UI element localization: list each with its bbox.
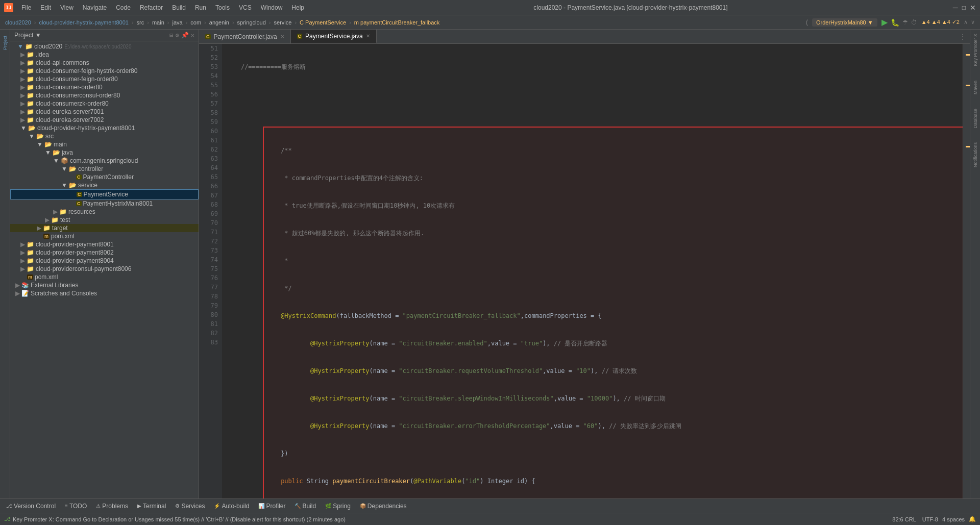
notification-icon[interactable]: 🔔	[969, 516, 976, 522]
bottom-tab-auto-build[interactable]: ⚡ Auto-build	[210, 502, 253, 511]
close-panel-icon[interactable]: ✕	[191, 32, 194, 39]
bottom-tab-services[interactable]: ⚙ Services	[171, 502, 209, 511]
tree-item-payment8001[interactable]: ▶ 📁 cloud-provider-payment8001	[10, 240, 199, 248]
bottom-tab-dependencies[interactable]: 📦 Dependencies	[356, 502, 411, 511]
tree-item-idea[interactable]: ▶ 📁 .idea	[10, 51, 199, 59]
bottom-tab-spring[interactable]: 🌿 Spring	[321, 502, 355, 511]
run-button[interactable]: ▶	[881, 17, 888, 27]
maximize-button[interactable]: □	[962, 4, 966, 12]
bottom-tab-problems[interactable]: ⚠ Problems	[92, 502, 132, 511]
menu-file[interactable]: File	[17, 3, 35, 12]
tree-item-src[interactable]: ▼ 📂 src	[10, 132, 199, 140]
tree-item-consumer-feign-hystrix[interactable]: ▶ 📁 cloud-consumer-feign-hystrix-order80	[10, 67, 199, 75]
breadcrumb-springcloud[interactable]: springcloud	[237, 19, 266, 26]
tab-service-close[interactable]: ✕	[366, 33, 370, 39]
tree-item-payment8002[interactable]: ▶ 📁 cloud-provider-payment8002	[10, 248, 199, 257]
debug-button[interactable]: 🐛	[891, 18, 899, 27]
menu-help[interactable]: Help	[287, 3, 308, 12]
statusbar-notifications: 🔔	[969, 516, 976, 522]
coverage-button[interactable]: ☂	[902, 19, 908, 26]
run-config-dropdown[interactable]: OrderHystrixMain80 ▼	[812, 18, 877, 27]
breadcrumb-project[interactable]: cloud2020	[5, 19, 31, 26]
breadcrumb-sep10: ›	[349, 19, 351, 26]
bottom-tab-version-control[interactable]: ⎇ Version Control	[2, 502, 60, 511]
maven-icon[interactable]: Maven	[973, 81, 978, 94]
editor-right-gutter	[963, 44, 970, 498]
editor-scroll-container[interactable]: 5152535455565758596061626364656667686970…	[199, 44, 963, 498]
breadcrumb-angenin[interactable]: angenin	[209, 19, 229, 26]
menu-build[interactable]: Build	[168, 3, 190, 12]
menu-vcs[interactable]: VCS	[235, 3, 256, 12]
breadcrumb-sep9: ›	[295, 19, 297, 26]
code-editor[interactable]: 5152535455565758596061626364656667686970…	[199, 44, 970, 498]
tree-item-eureka7001[interactable]: ▶ 📁 cloud-eureka-server7001	[10, 108, 199, 116]
menu-navigate[interactable]: Navigate	[79, 3, 111, 12]
pin-icon[interactable]: 📌	[181, 32, 189, 39]
bottom-tab-profiler[interactable]: 📊 Profiler	[254, 502, 289, 511]
tree-item-consumer-feign[interactable]: ▶ 📁 cloud-consumer-feign-order80	[10, 75, 199, 83]
minimize-button[interactable]: ─	[953, 4, 958, 12]
breadcrumb-java[interactable]: java	[172, 19, 182, 26]
bottom-tab-todo[interactable]: ≡ TODO	[61, 502, 91, 511]
profiler-button[interactable]: ⏱	[911, 19, 917, 26]
tree-item-resources[interactable]: ▶ 📁 resources	[10, 208, 199, 216]
menu-view[interactable]: View	[56, 3, 78, 12]
bottom-tab-build[interactable]: 🔨 Build	[290, 502, 320, 511]
breadcrumb-class[interactable]: C PaymentService	[300, 19, 346, 26]
collapse-icon[interactable]: ∨	[971, 19, 975, 26]
notifications-icon[interactable]: Notifications	[973, 142, 978, 167]
close-button[interactable]: ✕	[970, 4, 976, 12]
tree-item-test[interactable]: ▶ 📁 test	[10, 216, 199, 224]
tree-item-main[interactable]: ▼ 📂 main	[10, 140, 199, 148]
breadcrumb-service[interactable]: service	[274, 19, 292, 26]
tree-item-payment-service[interactable]: C PaymentService	[10, 189, 199, 199]
tree-item-controller[interactable]: ▼ 📂 controller	[10, 165, 199, 173]
terminal-label: Terminal	[143, 503, 166, 510]
tree-item-root[interactable]: ▼ 📁 cloud2020 E:/idea-workspace/cloud202…	[10, 42, 199, 51]
tree-item-target[interactable]: ▶ 📁 target	[10, 224, 199, 232]
expand-icon[interactable]: ∧	[964, 19, 968, 26]
tree-item-hystrix-payment[interactable]: ▼ 📂 cloud-provider-hystrix-payment8001	[10, 124, 199, 132]
tab-payment-controller[interactable]: C PaymentController.java ✕	[199, 30, 291, 43]
menu-window[interactable]: Window	[257, 3, 287, 12]
tree-item-consumerzk[interactable]: ▶ 📁 cloud-consumerzk-order80	[10, 99, 199, 108]
tree-item-main-class[interactable]: C PaymentHystrixMain8001	[10, 199, 199, 208]
code-content[interactable]: //=========服务熔断 /** * commandProperties中…	[222, 44, 963, 498]
tree-item-ext-libs[interactable]: ▶ 📚 External Libraries	[10, 281, 199, 289]
key-promoter-icon[interactable]: Key Promoter X	[973, 34, 978, 66]
tree-item-scratches[interactable]: ▶ 📝 Scratches and Consoles	[10, 289, 199, 297]
spring-icon: 🌿	[325, 503, 331, 509]
tree-item-service[interactable]: ▼ 📂 service	[10, 181, 199, 189]
tree-item-eureka7002[interactable]: ▶ 📁 cloud-eureka-server7002	[10, 116, 199, 124]
line-53: /**	[264, 146, 963, 155]
breadcrumb-method[interactable]: m paymentCircuitBreaker_fallback	[354, 19, 440, 26]
breadcrumb-com[interactable]: com	[190, 19, 201, 26]
menu-edit[interactable]: Edit	[36, 3, 55, 12]
bottom-tab-terminal[interactable]: ▶ Terminal	[133, 502, 170, 511]
tab-payment-service[interactable]: C PaymentService.java ✕	[291, 30, 377, 43]
tree-item-payment8006[interactable]: ▶ 📁 cloud-providerconsul-payment8006	[10, 265, 199, 273]
tree-item-payment-controller[interactable]: C PaymentController	[10, 173, 199, 181]
nav-back[interactable]: ⟨	[805, 18, 808, 27]
tab-controller-close[interactable]: ✕	[280, 34, 284, 39]
tree-item-api[interactable]: ▶ 📁 cloud-api-commons	[10, 59, 199, 67]
tree-item-payment8004[interactable]: ▶ 📁 cloud-provider-payment8004	[10, 257, 199, 265]
breadcrumb-module[interactable]: cloud-provider-hystrix-payment8001	[39, 19, 128, 26]
menu-tools[interactable]: Tools	[211, 3, 234, 12]
project-icon[interactable]: Project	[3, 34, 8, 52]
editor-settings-icon[interactable]: ⋮	[955, 30, 970, 43]
tree-item-java[interactable]: ▼ 📂 java	[10, 148, 199, 157]
tree-item-pom[interactable]: m pom.xml	[10, 232, 199, 240]
menu-run[interactable]: Run	[191, 3, 210, 12]
tree-item-root-pom[interactable]: m pom.xml	[10, 273, 199, 281]
settings-icon[interactable]: ⚙	[176, 32, 179, 39]
tree-item-consumerconsul[interactable]: ▶ 📁 cloud-consumerconsul-order80	[10, 91, 199, 99]
breadcrumb-main[interactable]: main	[152, 19, 164, 26]
breadcrumb-src[interactable]: src	[137, 19, 144, 26]
tree-item-package[interactable]: ▼ 📦 com.angenin.springcloud	[10, 157, 199, 165]
menu-code[interactable]: Code	[112, 3, 135, 12]
database-icon[interactable]: Database	[973, 109, 978, 129]
tree-item-consumer-order[interactable]: ▶ 📁 cloud-consumer-order80	[10, 83, 199, 91]
collapse-all-icon[interactable]: ⊟	[169, 32, 173, 39]
menu-refactor[interactable]: Refactor	[136, 3, 167, 12]
